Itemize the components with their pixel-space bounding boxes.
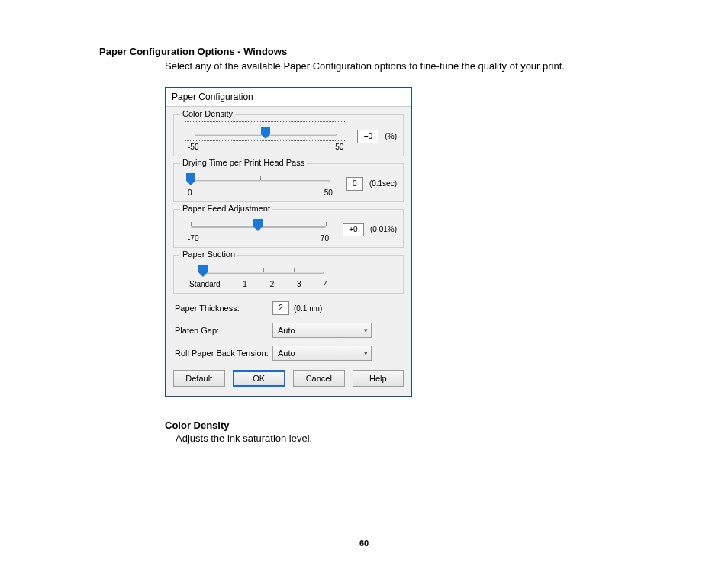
term-heading: Color Density — [165, 420, 629, 431]
slider-thumb-icon[interactable] — [186, 173, 195, 185]
page-number: 60 — [0, 539, 728, 548]
paper-config-dialog: Paper Configuration Color Density — [165, 87, 412, 397]
group-legend: Drying Time per Print Head Pass — [180, 158, 307, 167]
ok-button[interactable]: OK — [233, 370, 286, 387]
drying-time-slider[interactable] — [191, 173, 330, 187]
default-button[interactable]: Default — [173, 370, 225, 387]
suction-slider[interactable] — [203, 265, 324, 278]
group-color-density: Color Density — [173, 114, 404, 156]
drying-time-value[interactable]: 0 — [346, 177, 363, 191]
suction-label-0: Standard — [189, 280, 221, 288]
thickness-input[interactable]: 2 — [272, 301, 289, 315]
color-density-value[interactable]: +0 — [357, 130, 378, 143]
group-drying-time: Drying Time per Print Head Pass — [173, 163, 404, 202]
scale-max: 70 — [321, 234, 329, 243]
group-paper-suction: Paper Suction — [173, 255, 404, 294]
unit-label: (%) — [385, 132, 397, 140]
svg-marker-0 — [261, 127, 270, 139]
section-heading: Paper Configuration Options - Windows — [99, 46, 629, 57]
svg-marker-1 — [186, 173, 195, 185]
select-value: Auto — [278, 349, 295, 358]
suction-label-3: -3 — [295, 280, 301, 288]
row-platen-gap: Platen Gap: Auto ▾ — [175, 323, 402, 338]
platen-gap-label: Platen Gap: — [175, 326, 272, 335]
group-feed-adjustment: Paper Feed Adjustment — [173, 209, 404, 248]
section-intro: Select any of the available Paper Config… — [165, 60, 629, 72]
slider-thumb-icon[interactable] — [198, 265, 208, 277]
svg-marker-2 — [253, 219, 263, 231]
slider-thumb-icon[interactable] — [261, 127, 270, 139]
chevron-down-icon: ▾ — [364, 327, 368, 334]
dialog-title: Paper Configuration — [166, 88, 411, 107]
suction-label-4: -4 — [321, 280, 328, 288]
thickness-label: Paper Thickness: — [175, 304, 272, 313]
row-back-tension: Roll Paper Back Tension: Auto ▾ — [175, 346, 402, 361]
group-legend: Paper Suction — [180, 249, 237, 259]
cancel-button[interactable]: Cancel — [293, 370, 345, 387]
help-button[interactable]: Help — [353, 370, 404, 387]
term-definition: Adjusts the ink saturation level. — [176, 433, 629, 444]
scale-min: -50 — [188, 143, 198, 151]
color-density-slider[interactable] — [195, 127, 337, 140]
suction-label-1: -1 — [240, 280, 247, 288]
group-legend: Paper Feed Adjustment — [180, 204, 272, 213]
scale-max: 50 — [335, 143, 343, 151]
slider-thumb-icon[interactable] — [253, 219, 263, 231]
back-tension-label: Roll Paper Back Tension: — [175, 349, 272, 358]
feed-adjust-value[interactable]: +0 — [343, 223, 364, 236]
chevron-down-icon: ▾ — [364, 349, 368, 357]
scale-max: 50 — [324, 188, 333, 197]
feed-adjust-slider[interactable] — [191, 219, 326, 233]
scale-min: 0 — [188, 188, 192, 197]
svg-marker-3 — [198, 265, 208, 277]
row-paper-thickness: Paper Thickness: 2 (0.1mm) — [175, 301, 402, 315]
button-row: Default OK Cancel Help — [173, 370, 404, 387]
unit-label: (0.1sec) — [369, 179, 397, 188]
select-value: Auto — [278, 326, 295, 335]
group-legend: Color Density — [180, 109, 235, 118]
back-tension-select[interactable]: Auto ▾ — [272, 346, 372, 361]
unit-label: (0.01%) — [370, 225, 397, 233]
scale-min: -70 — [188, 234, 198, 243]
suction-label-2: -2 — [267, 280, 274, 288]
platen-gap-select[interactable]: Auto ▾ — [272, 323, 372, 338]
unit-label: (0.1mm) — [294, 304, 322, 313]
